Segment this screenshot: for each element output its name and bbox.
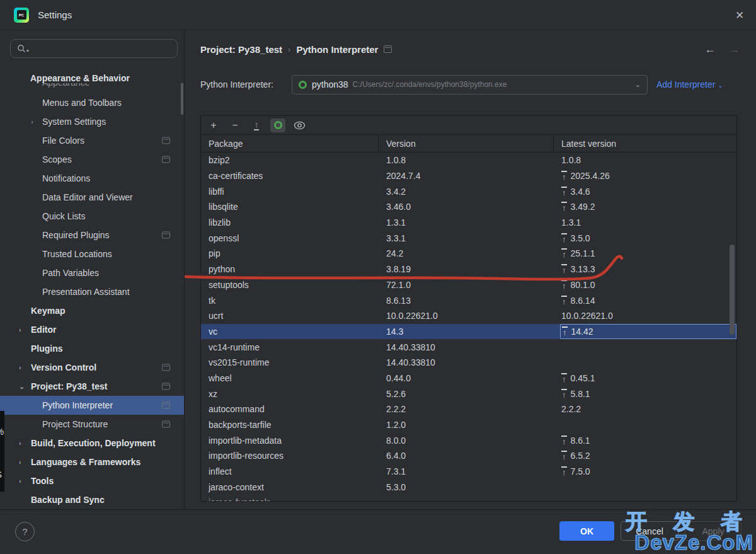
upgrade-package-button[interactable]: ↑ — [249, 118, 264, 132]
sidebar-item-project-py38-test[interactable]: ⌄Project: Py38_test — [0, 377, 184, 396]
upgrade-available-icon: ↑ — [561, 280, 567, 290]
package-latest-version: ↑3.5.0 — [554, 233, 736, 243]
back-arrow-icon[interactable]: ← — [704, 43, 716, 56]
sidebar-item-file-colors[interactable]: File Colors — [0, 131, 184, 150]
table-row[interactable]: pip24.2↑25.1.1 — [201, 246, 736, 262]
column-header-version[interactable]: Version — [379, 135, 554, 152]
search-input[interactable]: ▾ — [10, 39, 178, 58]
sidebar-item-languages-frameworks[interactable]: ›Languages & Frameworks — [0, 453, 184, 471]
table-row[interactable]: backports-tarfile1.2.0 — [201, 417, 736, 433]
sidebar-item-scopes[interactable]: Scopes — [0, 150, 184, 169]
table-row[interactable]: vc14.3↑14.42 — [201, 324, 736, 340]
use-conda-button[interactable] — [270, 118, 285, 132]
package-version: 7.3.1 — [379, 466, 554, 476]
settings-card-icon — [162, 364, 170, 371]
conda-env-icon — [299, 81, 307, 89]
sidebar-item-tools[interactable]: ›Tools — [0, 471, 184, 490]
package-version: 3.46.0 — [379, 202, 554, 212]
package-name: ucrt — [201, 311, 379, 321]
table-row[interactable]: python3.8.19↑3.13.3 — [201, 262, 736, 277]
table-row[interactable]: vc14-runtime14.40.33810 — [201, 339, 736, 355]
sidebar-item-path-variables[interactable]: Path Variables — [0, 263, 184, 282]
sidebar-item-appearance[interactable]: Appearance — [0, 83, 184, 93]
table-row[interactable]: wheel0.44.0↑0.45.1 — [201, 371, 736, 386]
chevron-right-icon[interactable]: › — [19, 326, 21, 333]
table-row[interactable]: importlib-resources6.4.0↑6.5.2 — [201, 448, 736, 464]
package-version: 3.3.1 — [379, 233, 554, 243]
sidebar-item-presentation-assistant[interactable]: Presentation Assistant — [0, 282, 184, 301]
package-name: inflect — [201, 466, 379, 476]
sidebar-item-backup-and-sync[interactable]: Backup and Sync — [0, 490, 184, 509]
table-row[interactable]: vs2015-runtime14.40.33810 — [201, 355, 736, 371]
table-row[interactable]: jaraco-context5.3.0 — [201, 479, 736, 495]
uninstall-package-button[interactable]: − — [227, 118, 243, 132]
chevron-right-icon[interactable]: › — [19, 364, 21, 371]
column-header-latest[interactable]: Latest version — [554, 135, 736, 152]
chevron-down-icon[interactable]: ⌄ — [19, 383, 25, 391]
package-latest-version: ↑7.5.0 — [554, 466, 736, 476]
chevron-right-icon[interactable]: › — [19, 477, 21, 485]
add-interpreter-link[interactable]: Add Interpreter ⌄ — [656, 79, 723, 89]
close-icon[interactable]: ✕ — [732, 8, 747, 23]
apply-button[interactable]: Apply — [685, 521, 742, 541]
column-header-package[interactable]: Package — [201, 135, 379, 152]
table-row[interactable]: importlib-metadata8.0.0↑8.6.1 — [201, 432, 736, 448]
breadcrumb-project[interactable]: Project: Py38_test — [200, 44, 282, 55]
sidebar-item-keymap[interactable]: Keymap — [0, 301, 184, 320]
table-scrollbar[interactable] — [730, 245, 735, 335]
chevron-right-icon[interactable]: › — [31, 118, 33, 125]
breadcrumb: Project: Py38_test › Python Interpreter — [200, 40, 392, 58]
sidebar-item-editor[interactable]: ›Editor — [0, 320, 184, 339]
table-row[interactable]: tk8.6.13↑8.6.14 — [201, 292, 736, 308]
sidebar-item-project-structure[interactable]: Project Structure — [0, 415, 184, 434]
table-row[interactable]: xz5.2.6↑5.8.1 — [201, 386, 736, 401]
window-title: Settings — [38, 9, 72, 20]
table-row[interactable]: openssl3.3.1↑3.5.0 — [201, 230, 736, 246]
chevron-right-icon[interactable]: › — [19, 458, 21, 466]
sidebar-item-menus-and-toolbars[interactable]: Menus and Toolbars — [0, 93, 184, 112]
sidebar-item-label: Data Editor and Viewer — [42, 192, 133, 202]
sidebar-item-trusted-locations[interactable]: Trusted Locations — [0, 245, 184, 263]
table-row[interactable]: inflect7.3.1↑7.5.0 — [201, 464, 736, 480]
table-row[interactable]: autocommand2.2.22.2.2 — [201, 401, 736, 417]
chevron-right-icon[interactable]: › — [19, 439, 21, 447]
sidebar-item-notifications[interactable]: Notifications — [0, 169, 184, 188]
sidebar-item-version-control[interactable]: ›Version Control — [0, 358, 184, 377]
upgrade-available-icon: ↑ — [561, 466, 567, 476]
table-row[interactable]: jaraco-functools — [201, 495, 736, 501]
table-row[interactable]: libzlib1.3.11.3.1 — [201, 215, 736, 231]
sidebar-item-build-execution-deployment[interactable]: ›Build, Execution, Deployment — [0, 434, 184, 453]
ok-button[interactable]: OK — [559, 521, 614, 541]
table-row[interactable]: libffi3.4.2↑3.4.6 — [201, 183, 736, 199]
package-version: 5.2.6 — [379, 389, 554, 399]
interpreter-select[interactable]: python38 C:/Users/zc/.conda/envs/python3… — [292, 75, 648, 95]
cancel-button[interactable]: Cancel — [621, 521, 679, 541]
package-toolbar: + − ↑ — [201, 116, 736, 135]
sidebar-item-label: Editor — [31, 325, 56, 335]
table-row[interactable]: bzip21.0.81.0.8 — [201, 153, 736, 168]
sidebar-item-label: Trusted Locations — [42, 249, 112, 259]
package-latest-version: 10.0.22621.0 — [554, 311, 736, 321]
table-rows: bzip21.0.81.0.8ca-certificates2024.7.4↑2… — [201, 153, 736, 501]
table-row[interactable]: ucrt10.0.22621.010.0.22621.0 — [201, 308, 736, 324]
package-version: 5.3.0 — [379, 482, 554, 492]
sidebar-item-plugins[interactable]: Plugins — [0, 339, 184, 358]
sidebar-item-appearance-behavior[interactable]: Appearance & Behavior — [0, 67, 184, 83]
package-name: jaraco-context — [201, 482, 379, 492]
sidebar-item-system-settings[interactable]: ›System Settings — [0, 112, 184, 131]
show-early-releases-button[interactable] — [292, 118, 307, 132]
latest-version-focused-cell[interactable]: ↑14.42 — [560, 324, 736, 340]
sidebar-item-quick-lists[interactable]: Quick Lists — [0, 207, 184, 226]
table-row[interactable]: libsqlite3.46.0↑3.49.2 — [201, 199, 736, 215]
install-package-button[interactable]: + — [206, 118, 221, 132]
help-button[interactable]: ? — [15, 522, 35, 541]
package-name: vs2015-runtime — [201, 357, 379, 367]
sidebar-item-required-plugins[interactable]: Required Plugins — [0, 226, 184, 245]
table-row[interactable]: ca-certificates2024.7.4↑2025.4.26 — [201, 168, 736, 184]
sidebar-item-data-editor-and-viewer[interactable]: Data Editor and Viewer — [0, 188, 184, 207]
conda-icon — [274, 121, 282, 129]
sidebar-item-label: Plugins — [31, 343, 63, 354]
table-row[interactable]: setuptools72.1.0↑80.1.0 — [201, 277, 736, 293]
sidebar-item-python-interpreter[interactable]: Python Interpreter — [0, 396, 184, 415]
package-name: importlib-metadata — [201, 436, 379, 446]
